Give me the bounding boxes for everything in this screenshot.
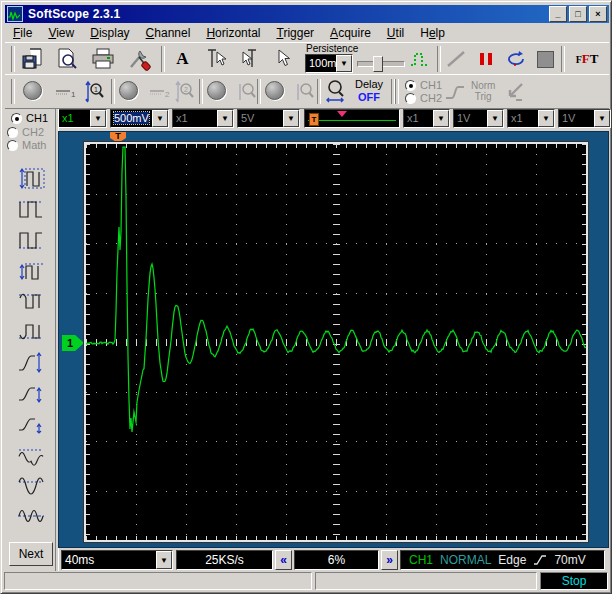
tool-square-align-bottom[interactable] [11, 226, 51, 255]
offset-line-icon: 1 [54, 81, 78, 103]
app-window: SoftScope 2.3.1 _ □ × File View Display … [0, 0, 612, 594]
dropdown-arrow-icon[interactable]: ▼ [283, 110, 299, 127]
scope-display[interactable] [84, 142, 588, 542]
dropdown-arrow-icon[interactable]: ▼ [90, 110, 106, 127]
cursor-plain-button[interactable] [269, 45, 296, 73]
persistence-value: 100ms [306, 55, 336, 72]
separator [317, 79, 321, 104]
scroll-right-button[interactable]: » [381, 550, 398, 570]
tool-sine-offset-up[interactable] [11, 471, 51, 500]
single-sweep-button[interactable] [443, 45, 469, 73]
maximize-button[interactable]: □ [569, 6, 587, 22]
tool-sine-align-center[interactable] [11, 501, 51, 530]
trigger-source-ch1-radio[interactable]: CH1 [405, 79, 442, 91]
stop-button[interactable] [533, 45, 557, 73]
dropdown-arrow-icon[interactable]: ▼ [336, 55, 352, 72]
norm-trig-button[interactable]: Norm Trig [471, 80, 495, 102]
persistence-display-button[interactable] [407, 45, 433, 73]
separator [111, 79, 115, 104]
ref-offset-knob[interactable] [265, 81, 284, 100]
trigger-slope-button[interactable] [443, 79, 467, 105]
run-state-display: Stop [540, 572, 608, 590]
tool-ramp-scale-medium[interactable] [11, 379, 51, 408]
waveform-canvas[interactable] [86, 144, 586, 540]
menu-help[interactable]: Help [412, 25, 453, 41]
save-icon [21, 47, 45, 71]
tool-sine-align-top[interactable] [11, 441, 51, 470]
print-button[interactable] [89, 45, 117, 73]
scroll-left-button[interactable]: « [275, 550, 292, 570]
ch1-probe-select[interactable]: x1 ▼ [58, 109, 107, 128]
dropdown-arrow-icon[interactable]: ▼ [156, 551, 172, 569]
minimize-button[interactable]: _ [549, 6, 567, 22]
close-button[interactable]: × [589, 6, 607, 22]
ch1-volts-select[interactable]: 500mV ▼ [110, 109, 169, 128]
ch2-offset-knob[interactable] [119, 81, 138, 100]
ch1-offset-button[interactable]: 1 [53, 79, 79, 105]
offset-line-icon: 2 [148, 81, 172, 103]
timebase-select[interactable]: 40ms ▼ [61, 550, 173, 570]
square-align-top-icon [16, 196, 46, 223]
run-continuous-button[interactable] [503, 45, 529, 73]
tool-square-offset-up[interactable] [11, 287, 51, 316]
ch1-range-select[interactable]: 5V ▼ [237, 109, 300, 128]
dropdown-arrow-icon[interactable]: ▼ [217, 110, 233, 127]
tool-ramp-scale-large[interactable] [11, 348, 51, 377]
dropdown-arrow-icon[interactable]: ▼ [538, 110, 554, 127]
menu-channel[interactable]: Channel [138, 25, 199, 41]
ch2-volts-select[interactable]: 1V ▼ [453, 109, 504, 128]
ch2-vertical-zoom-button[interactable]: 2 [171, 79, 197, 105]
ref-zoom-button[interactable] [291, 79, 317, 105]
math-zoom-button[interactable] [233, 79, 259, 105]
persistence-select[interactable]: 100ms ▼ [305, 54, 353, 73]
math-offset-knob[interactable] [207, 81, 226, 100]
radio-label: CH1 [26, 112, 48, 124]
horizontal-zoom-button[interactable] [323, 78, 349, 106]
dropdown-arrow-icon[interactable]: ▼ [487, 110, 503, 127]
title-bar[interactable]: SoftScope 2.3.1 _ □ × [5, 5, 609, 23]
slider-thumb[interactable] [373, 56, 383, 72]
select-value: x1 [508, 110, 538, 127]
dropdown-arrow-icon[interactable]: ▼ [594, 110, 610, 127]
tool-square-align-top[interactable] [11, 195, 51, 224]
position-marker-icon[interactable] [337, 111, 347, 117]
ch1-offset-knob[interactable] [23, 81, 42, 100]
tool-ramp-scale-small[interactable] [11, 410, 51, 439]
cursor-right-button[interactable] [235, 45, 264, 73]
ch2-probe-select[interactable]: x1 ▼ [403, 109, 450, 128]
dropdown-arrow-icon[interactable]: ▼ [433, 110, 449, 127]
app-icon[interactable] [7, 6, 23, 22]
sidebar-radio-ch2[interactable]: CH2 [7, 126, 44, 138]
trigger-source-ch2-radio[interactable]: CH2 [405, 92, 442, 104]
tool-square-expand-small[interactable] [11, 257, 51, 286]
tool-square-offset-down[interactable] [11, 317, 51, 346]
menu-trigger[interactable]: Trigger [268, 25, 322, 41]
menu-file[interactable]: File [5, 25, 40, 41]
settings-button[interactable] [125, 45, 153, 73]
menu-acquire[interactable]: Acquire [322, 25, 379, 41]
menu-view[interactable]: View [40, 25, 82, 41]
ch1-probe2-select[interactable]: x1 ▼ [172, 109, 234, 128]
menu-util[interactable]: Util [379, 25, 412, 41]
ch1-vertical-zoom-button[interactable]: 1 [81, 79, 107, 105]
print-preview-button[interactable] [53, 45, 81, 73]
tool-square-expand-large[interactable] [11, 164, 51, 193]
fft-button[interactable]: FFT [569, 45, 605, 73]
trigger-level-slider[interactable]: T [304, 109, 400, 128]
menu-display[interactable]: Display [82, 25, 137, 41]
trigger-position-button[interactable] [501, 78, 527, 105]
save-button[interactable] [19, 45, 47, 73]
trigger-handle[interactable]: T [309, 113, 319, 126]
sidebar-radio-math[interactable]: Math [7, 139, 46, 151]
ch2-probe2-select[interactable]: x1 ▼ [507, 109, 555, 128]
menu-horizontal[interactable]: Horizontal [198, 25, 268, 41]
dropdown-arrow-icon[interactable]: ▼ [152, 110, 168, 127]
ch2-offset-button[interactable]: 2 [147, 79, 173, 105]
delay-button[interactable]: Delay OFF [352, 78, 386, 104]
channel1-level-marker[interactable]: 1 [62, 335, 84, 351]
text-annotation-button[interactable]: A [169, 45, 196, 73]
cursor-left-button[interactable] [201, 45, 230, 73]
sidebar-radio-ch1[interactable]: CH1 [11, 112, 48, 124]
pause-button[interactable] [473, 45, 499, 73]
ch2-range-select[interactable]: 1V ▼ [558, 109, 611, 128]
